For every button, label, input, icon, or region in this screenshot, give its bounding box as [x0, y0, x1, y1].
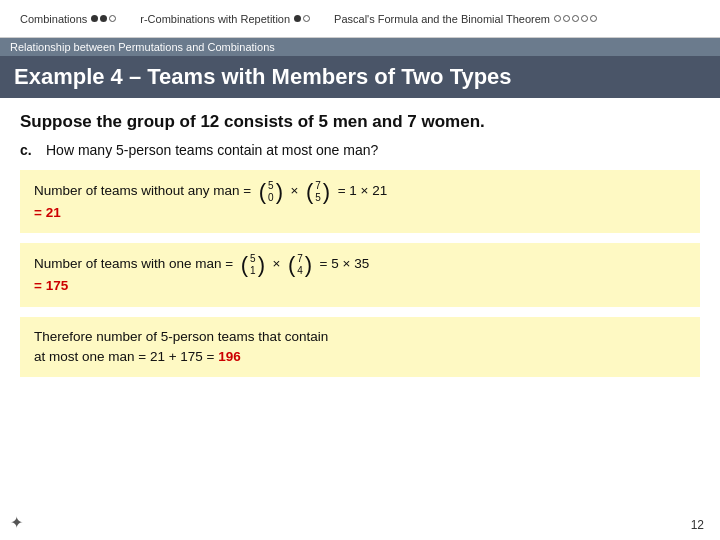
box1-comb2: ( 7 5 ) [306, 180, 330, 203]
top-nav: Combinations r-Combinations with Repetit… [0, 0, 720, 38]
nav-item-combinations[interactable]: Combinations [8, 0, 128, 37]
nav-label-r-combinations: r-Combinations with Repetition [140, 13, 290, 25]
suppose-text: Suppose the group of 12 consists of 5 me… [20, 112, 700, 132]
box2-comb2: ( 7 4 ) [288, 253, 312, 276]
nav-item-pascal[interactable]: Pascal's Formula and the Binomial Theore… [322, 0, 609, 37]
subtitle-bar: Relationship between Permutations and Co… [0, 38, 720, 56]
dot-p5 [590, 15, 597, 22]
dot-2 [100, 15, 107, 22]
dot-r2 [303, 15, 310, 22]
box1-math: = 1 × 21 [334, 183, 387, 198]
content-area: Suppose the group of 12 consists of 5 me… [0, 98, 720, 391]
dot-p3 [572, 15, 579, 22]
page-number: 12 [691, 518, 704, 532]
box2-result: = 175 [34, 278, 68, 293]
box1-text: Number of teams without any man = [34, 183, 255, 198]
dot-1 [91, 15, 98, 22]
question-label: c. [20, 142, 38, 158]
heading-text: Example 4 – Teams with Members of Two Ty… [14, 64, 512, 89]
dot-p2 [563, 15, 570, 22]
nav-dots-r-combinations [294, 15, 310, 22]
box3-line2: at most one man = 21 + 175 = [34, 349, 215, 364]
dot-3 [109, 15, 116, 22]
info-box-3: Therefore number of 5-person teams that … [20, 317, 700, 378]
nav-label-combinations: Combinations [20, 13, 87, 25]
box3-line1: Therefore number of 5-person teams that … [34, 329, 328, 344]
main-heading: Example 4 – Teams with Members of Two Ty… [0, 56, 720, 98]
question-row: c. How many 5-person teams contain at mo… [20, 142, 700, 158]
dot-r1 [294, 15, 301, 22]
box2-text: Number of teams with one man = [34, 256, 237, 271]
dot-p4 [581, 15, 588, 22]
nav-dots-pascal [554, 15, 597, 22]
nav-arrow[interactable]: ✦ [10, 513, 23, 532]
box1-result: = 21 [34, 205, 61, 220]
box2-math: = 5 × 35 [316, 256, 369, 271]
info-box-2: Number of teams with one man = ( 5 1 ) ×… [20, 243, 700, 306]
nav-dots-combinations [91, 15, 116, 22]
box1-comb1: ( 5 0 ) [259, 180, 283, 203]
box3-answer: 196 [218, 349, 241, 364]
subtitle-text: Relationship between Permutations and Co… [10, 41, 275, 53]
nav-label-pascal: Pascal's Formula and the Binomial Theore… [334, 13, 550, 25]
dot-p1 [554, 15, 561, 22]
nav-item-r-combinations[interactable]: r-Combinations with Repetition [128, 0, 322, 37]
box2-comb1: ( 5 1 ) [241, 253, 265, 276]
question-text: How many 5-person teams contain at most … [46, 142, 378, 158]
info-box-1: Number of teams without any man = ( 5 0 … [20, 170, 700, 233]
